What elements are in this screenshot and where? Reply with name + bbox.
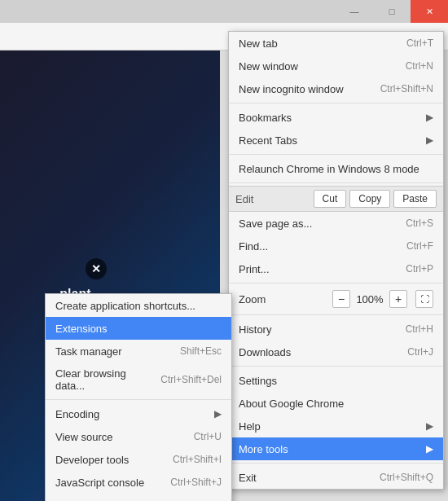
submenu-item-developer-tools[interactable]: Developer tools Ctrl+Shift+I	[46, 448, 231, 471]
menu-item-label: Recent Tabs	[239, 134, 297, 147]
submenu-item-label: Developer tools	[55, 454, 129, 466]
arrow-icon: ▶	[426, 420, 433, 432]
menu-item-label: New incognito window	[239, 83, 344, 95]
submenu-item-label: Extensions	[55, 323, 108, 335]
submenu-item-inspect-devices[interactable]: Inspect devices	[46, 494, 231, 501]
menu-item-label: Relaunch Chrome in Windows 8 mode	[239, 163, 419, 175]
menu-item-new-window[interactable]: New window Ctrl+N	[229, 55, 443, 77]
menu-item-label: Settings	[239, 375, 277, 387]
zoom-label: Zoom	[239, 293, 332, 305]
submenu-item-label: Create application shortcuts...	[55, 300, 195, 312]
submenu-item-shortcut: Ctrl+U	[194, 431, 222, 442]
menu-item-history[interactable]: History Ctrl+H	[229, 318, 443, 341]
separator-1	[229, 103, 443, 103]
zoom-controls: − 100% + ⛶	[332, 290, 433, 308]
menu-item-label: Downloads	[239, 346, 291, 358]
submenu-item-task-manager[interactable]: Task manager Shift+Esc	[46, 340, 231, 363]
menu-item-label: More tools	[239, 443, 288, 455]
menu-item-help[interactable]: Help ▶	[229, 415, 443, 437]
menu-item-label: New tab	[239, 37, 278, 50]
separator-7	[229, 463, 443, 464]
menu-item-shortcut: Ctrl+F	[406, 240, 433, 252]
menu-item-label: Find...	[239, 240, 268, 253]
arrow-icon: ▶	[426, 443, 433, 455]
menu-item-label: History	[239, 323, 271, 336]
menu-item-incognito[interactable]: New incognito window Ctrl+Shift+N	[229, 77, 443, 100]
minimize-button[interactable]: —	[336, 0, 373, 23]
edit-row: Edit Cut Copy Paste	[229, 186, 443, 212]
menu-item-shortcut: Ctrl+P	[406, 263, 433, 275]
menu-item-shortcut: Ctrl+H	[406, 323, 433, 335]
window-controls: — □ ✕	[336, 0, 448, 23]
fullscreen-button[interactable]: ⛶	[415, 290, 433, 308]
separator-6	[229, 366, 443, 367]
menu-item-shortcut: Ctrl+Shift+Q	[380, 472, 433, 483]
copy-button[interactable]: Copy	[349, 190, 390, 208]
cut-button[interactable]: Cut	[314, 190, 347, 208]
zoom-out-button[interactable]: −	[332, 290, 350, 308]
menu-item-more-tools[interactable]: More tools ▶	[229, 437, 443, 460]
menu-item-label: About Google Chrome	[239, 398, 344, 410]
menu-item-save-page[interactable]: Save page as... Ctrl+S	[229, 212, 443, 235]
menu-item-label: Print...	[239, 263, 270, 275]
maximize-button[interactable]: □	[373, 0, 411, 23]
menu-item-label: New window	[239, 60, 298, 73]
menu-item-bookmarks[interactable]: Bookmarks ▶	[229, 106, 443, 129]
submenu-item-extensions[interactable]: Extensions	[46, 317, 231, 340]
menu-item-label: Bookmarks	[239, 112, 292, 124]
separator-3	[229, 182, 443, 183]
edit-label: Edit	[235, 193, 310, 205]
paste-button[interactable]: Paste	[393, 190, 437, 208]
zoom-value: 100%	[355, 293, 384, 305]
separator-4	[229, 283, 443, 283]
zoom-row: Zoom − 100% + ⛶	[229, 286, 443, 312]
menu-item-shortcut: Ctrl+Shift+N	[380, 83, 433, 94]
menu-item-find[interactable]: Find... Ctrl+F	[229, 235, 443, 257]
arrow-icon: ▶	[426, 112, 433, 123]
menu-item-shortcut: Ctrl+S	[406, 218, 433, 229]
submenu-item-label: Task manager	[55, 345, 122, 358]
arrow-icon: ▶	[214, 408, 222, 420]
submenu-item-label: Encoding	[55, 408, 99, 420]
menu-item-new-tab[interactable]: New tab Ctrl+T	[229, 32, 443, 55]
submenu-item-label: JavaScript console	[55, 477, 144, 489]
submenu-item-shortcut: Ctrl+Shift+Del	[160, 374, 222, 385]
submenu-item-label: Clear browsing data...	[55, 367, 144, 392]
menu-item-about[interactable]: About Google Chrome	[229, 392, 443, 415]
submenu-item-shortcut: Ctrl+Shift+I	[173, 454, 222, 465]
menu-item-shortcut: Ctrl+N	[406, 60, 433, 72]
submenu-item-clear-browsing[interactable]: Clear browsing data... Ctrl+Shift+Del	[46, 363, 231, 397]
menu-item-shortcut: Ctrl+T	[406, 37, 433, 49]
menu-item-print[interactable]: Print... Ctrl+P	[229, 257, 443, 280]
separator-2	[229, 154, 443, 155]
submenu-item-shortcut: Shift+Esc	[180, 345, 222, 357]
menu-item-label: Help	[239, 420, 261, 433]
main-dropdown-menu: New tab Ctrl+T New window Ctrl+N New inc…	[228, 31, 444, 490]
submenu-item-encoding[interactable]: Encoding ▶	[46, 402, 231, 425]
close-button[interactable]: ✕	[411, 0, 448, 23]
menu-item-shortcut: Ctrl+J	[407, 346, 433, 358]
title-bar: — □ ✕	[0, 0, 448, 23]
submenu-item-label: View source	[55, 431, 113, 443]
menu-item-settings[interactable]: Settings	[229, 369, 443, 392]
submenu-item-view-source[interactable]: View source Ctrl+U	[46, 425, 231, 448]
submenu-more-tools: Create application shortcuts... Extensio…	[45, 293, 232, 501]
submenu-separator-1	[46, 399, 231, 400]
menu-item-exit[interactable]: Exit Ctrl+Shift+Q	[229, 466, 443, 489]
separator-5	[229, 314, 443, 315]
menu-item-downloads[interactable]: Downloads Ctrl+J	[229, 341, 443, 363]
zoom-in-button[interactable]: +	[389, 290, 407, 308]
submenu-item-js-console[interactable]: JavaScript console Ctrl+Shift+J	[46, 471, 231, 494]
submenu-item-shortcut: Ctrl+Shift+J	[170, 477, 222, 488]
arrow-icon: ▶	[426, 134, 433, 146]
close-x-button[interactable]: ✕	[86, 258, 107, 279]
menu-item-label: Save page as...	[239, 218, 312, 230]
menu-item-relaunch[interactable]: Relaunch Chrome in Windows 8 mode	[229, 157, 443, 180]
menu-item-recent-tabs[interactable]: Recent Tabs ▶	[229, 129, 443, 152]
menu-item-label: Exit	[239, 472, 257, 484]
submenu-item-create-shortcuts[interactable]: Create application shortcuts...	[46, 294, 231, 317]
